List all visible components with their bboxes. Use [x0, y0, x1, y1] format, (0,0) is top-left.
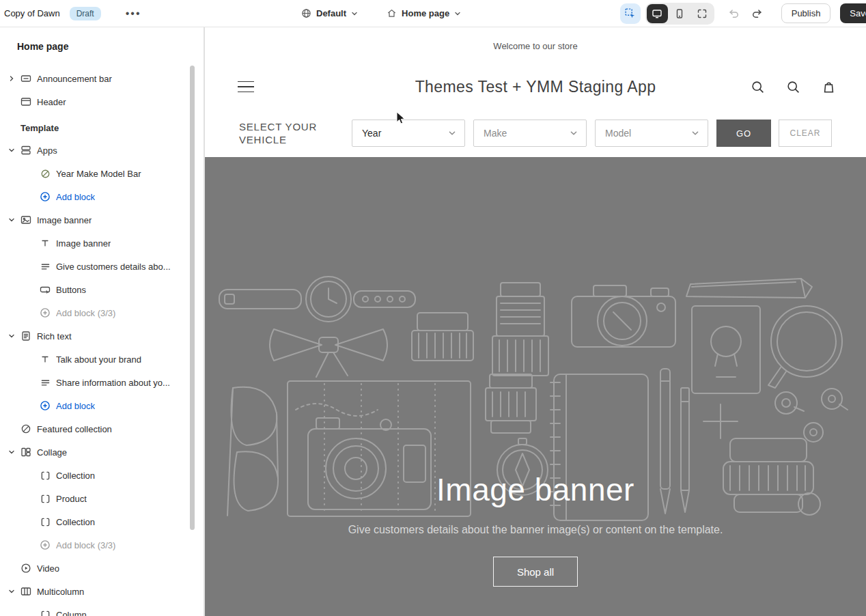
locale-selector[interactable]: Default: [297, 5, 362, 22]
locale-label: Default: [316, 8, 346, 18]
announcement-bar-section[interactable]: Welcome to our store: [205, 27, 866, 64]
apps-icon: [20, 145, 31, 156]
home-icon: [387, 8, 397, 18]
hamburger-menu-icon[interactable]: [238, 81, 254, 93]
chevron-down-icon: [570, 129, 578, 137]
fullscreen-icon: [697, 8, 708, 19]
chevron-down-icon: [691, 129, 699, 137]
make-select[interactable]: Make: [473, 120, 587, 147]
selection-tool-button[interactable]: [620, 3, 641, 24]
block-item-rich-text-text[interactable]: Share information about yo...: [0, 371, 204, 394]
desktop-icon: [652, 8, 662, 19]
plus-circle-icon: [40, 307, 51, 318]
chevron-down-icon: [448, 129, 456, 137]
save-button[interactable]: Save: [840, 3, 866, 23]
block-item-column[interactable]: Column: [0, 603, 204, 616]
block-item-collage-product[interactable]: Product: [0, 487, 204, 510]
block-item-collage-collection-1[interactable]: Collection: [0, 464, 204, 487]
fullscreen-preview-button[interactable]: [692, 4, 713, 23]
button-icon: [40, 284, 51, 295]
sidebar-item-announcement-bar[interactable]: Announcement bar: [0, 67, 204, 90]
announcement-bar-icon: [20, 73, 31, 84]
image-icon: [20, 214, 31, 225]
topbar-left: Copy of Dawn Draft •••: [0, 5, 146, 23]
undo-button[interactable]: [724, 3, 744, 24]
sidebar-item-rich-text[interactable]: Rich text: [0, 324, 204, 348]
shop-all-button[interactable]: Shop all: [493, 557, 578, 587]
chevron-right-icon[interactable]: [5, 75, 18, 82]
block-brackets-icon: [40, 609, 51, 616]
collage-icon: [20, 447, 31, 458]
mobile-icon: [674, 8, 685, 19]
block-brackets-icon: [40, 493, 51, 504]
plus-circle-icon: [40, 400, 51, 411]
page-selector[interactable]: Home page: [382, 5, 465, 22]
chevron-down-icon[interactable]: [5, 147, 18, 154]
vehicle-selector-label: SELECT YOUR VEHICLE: [239, 120, 328, 146]
sidebar-item-apps[interactable]: Apps: [0, 139, 204, 162]
sidebar-item-image-banner[interactable]: Image banner: [0, 208, 204, 232]
go-button[interactable]: GO: [716, 120, 771, 147]
add-block-button-rich-text[interactable]: Add block: [0, 394, 204, 417]
featured-collection-icon: [20, 423, 31, 434]
vehicle-selector-section[interactable]: SELECT YOUR VEHICLE Year Make Model GO C…: [205, 109, 866, 157]
chevron-down-icon[interactable]: [5, 449, 18, 456]
chevron-down-icon: [351, 10, 358, 17]
sidebar-scrollbar[interactable]: [190, 66, 195, 530]
store-header-icons: [751, 80, 836, 94]
publish-button[interactable]: Publish: [781, 3, 831, 23]
block-brackets-icon: [40, 470, 51, 481]
paragraph-icon: [40, 261, 51, 272]
model-select[interactable]: Model: [595, 120, 708, 147]
store-header-section[interactable]: Themes Test + YMM Staging App: [205, 64, 866, 109]
year-select[interactable]: Year: [352, 120, 465, 147]
sidebar-item-video[interactable]: Video: [0, 557, 204, 580]
theme-preview: Welcome to our store Themes Test + YMM S…: [205, 27, 866, 616]
editor-topbar: Copy of Dawn Draft ••• Default Home page…: [0, 0, 866, 27]
add-block-button-image-banner[interactable]: Add block (3/3): [0, 301, 204, 324]
text-icon: [40, 238, 51, 249]
sidebar-item-header[interactable]: Header: [0, 90, 204, 113]
block-item-buttons[interactable]: Buttons: [0, 278, 204, 301]
block-item-rich-text-heading[interactable]: Talk about your brand: [0, 348, 204, 371]
announcement-text: Welcome to our store: [493, 41, 577, 51]
cart-icon[interactable]: [822, 80, 836, 94]
sidebar-page-title: Home page: [0, 27, 204, 67]
sidebar-item-collage[interactable]: Collage: [0, 440, 204, 464]
chevron-down-icon[interactable]: [5, 216, 18, 223]
selection-tool-icon: [624, 8, 636, 19]
editor-body: Home page Announcement bar Header Templa…: [0, 27, 866, 616]
block-item-collage-collection-2[interactable]: Collection: [0, 510, 204, 533]
redo-icon: [751, 8, 763, 19]
desktop-preview-button[interactable]: [647, 4, 668, 23]
search-icon[interactable]: [786, 80, 800, 94]
header-icon: [20, 96, 31, 107]
video-icon: [20, 563, 31, 574]
sidebar-item-multicolumn[interactable]: Multicolumn: [0, 580, 204, 603]
clear-button[interactable]: CLEAR: [779, 120, 832, 147]
redo-button[interactable]: [747, 3, 768, 24]
add-block-button-collage[interactable]: Add block (3/3): [0, 533, 204, 557]
chevron-down-icon[interactable]: [5, 333, 18, 339]
sidebar-item-featured-collection[interactable]: Featured collection: [0, 417, 204, 440]
undo-icon: [728, 8, 740, 19]
block-item-image-banner-text[interactable]: Give customers details abo...: [0, 255, 204, 278]
block-item-image-banner-heading[interactable]: Image banner: [0, 232, 204, 255]
sidebar-item-year-make-model-bar[interactable]: Year Make Model Bar: [0, 162, 204, 185]
topbar-context-selectors: Default Home page: [297, 0, 465, 27]
theme-title: Copy of Dawn: [4, 8, 60, 18]
mobile-preview-button[interactable]: [669, 4, 690, 23]
topbar-actions: Publish Save: [620, 3, 866, 25]
more-options-button[interactable]: •••: [120, 5, 147, 23]
search-icon[interactable]: [751, 80, 765, 94]
app-block-icon: [40, 168, 51, 179]
multicolumn-icon: [20, 586, 31, 597]
sections-sidebar: Home page Announcement bar Header Templa…: [0, 27, 205, 616]
chevron-down-icon: [454, 10, 461, 17]
image-banner-section[interactable]: Image banner Give customers details abou…: [205, 157, 866, 616]
device-preview-toggle: [645, 3, 714, 25]
add-block-button-apps[interactable]: Add block: [0, 185, 204, 208]
chevron-down-icon[interactable]: [5, 588, 18, 595]
plus-circle-icon: [40, 191, 51, 202]
more-horizontal-icon: •••: [126, 8, 141, 19]
